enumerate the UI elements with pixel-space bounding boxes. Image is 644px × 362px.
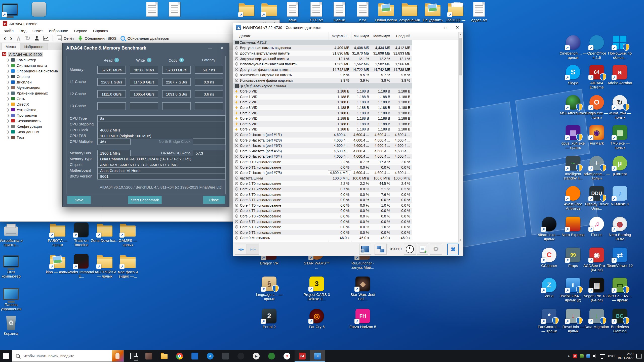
tray-aida64-icon[interactable]: 64 xyxy=(573,354,577,358)
scroll-down-icon[interactable]: ▼ xyxy=(459,238,463,242)
remote-sensors-button[interactable] xyxy=(375,244,387,255)
sensor-row-Core 4 VID[interactable]: Core 4 VID1.188 В1.188 В1.188 В1.188 В xyxy=(233,110,459,116)
sensor-swap-button[interactable]: ◄► xyxy=(235,244,247,255)
chevron-right-icon[interactable]: ❯ xyxy=(7,130,9,134)
report-button[interactable]: Отчёт xyxy=(57,35,74,41)
tree-item-Конфигурация[interactable]: ❯Конфигурация xyxy=(0,123,42,129)
chevron-right-icon[interactable]: ❯ xyxy=(7,69,9,73)
benchmark-dialog-title[interactable]: AIDA64 Cache & Memory Benchmark xyxy=(63,43,229,53)
taskbar-app-chrome[interactable] xyxy=(172,350,187,362)
menu-3[interactable]: Избранное xyxy=(46,28,71,33)
desktop-icon-recycle-bin[interactable]: ♻Корзина xyxy=(0,315,25,336)
sensor-row-Core 6 Частота (perf #3/4)[interactable]: Core 6 Частота (perf #3/4)4,600.4 ...4,6… xyxy=(233,154,459,159)
chevron-right-icon[interactable]: ❯ xyxy=(7,58,9,62)
desktop-icon-games[interactable]: GAMES — ярлык xyxy=(114,222,142,247)
menu-2[interactable]: Отчёт xyxy=(29,28,46,33)
chevron-right-icon[interactable]: ❯ xyxy=(7,108,9,112)
maximize-button[interactable]: □ xyxy=(440,23,452,32)
desktop-icon-language[interactable]: §language.c... — ярлык xyxy=(255,277,283,301)
taskbar-app-opera[interactable]: O xyxy=(279,350,295,362)
driver-updates-button[interactable]: Обновления драйверов xyxy=(120,36,169,41)
menu-4[interactable]: Сервис xyxy=(71,28,90,33)
chevron-right-icon[interactable]: ❯ xyxy=(7,91,9,95)
sensor-row-Core 2 Частота (perf #1/1)[interactable]: Core 2 Частота (perf #1/1)4,600.4 ...4,6… xyxy=(233,132,459,138)
sensor-row-Core 1 VID[interactable]: Core 1 VID1.188 В1.188 В1.188 В1.188 В xyxy=(233,94,459,100)
menu-1[interactable]: Вид xyxy=(17,28,29,33)
desktop-icon-gpu-z[interactable]: ▭GPU-Z.2.45.... — ярлык xyxy=(606,278,634,302)
desktop-icon-borderless-gaming[interactable]: BGBorderless Gaming xyxy=(606,309,634,333)
user-icon[interactable] xyxy=(34,36,39,40)
taskbar-app-aida64[interactable]: 64 xyxy=(295,350,310,362)
sensor-row-Core 3 T1 использование[interactable]: Core 3 T1 использование0.0 %0.0 %0.0 %0.… xyxy=(233,197,459,203)
dialog-close-icon[interactable]: ✕ xyxy=(219,45,225,51)
sensor-section-row[interactable]: ЦП [#0]: AMD Ryzen 7 5800X xyxy=(233,83,459,89)
sensor-row-Core 7 VID[interactable]: Core 7 VID1.188 В1.188 В1.188 В1.188 В xyxy=(233,127,459,132)
menu-0[interactable]: Файл xyxy=(1,28,17,33)
hwinfo-column-header[interactable]: Датчикактуальн...МинимумМаксимумСредний xyxy=(233,32,459,40)
info-icon[interactable]: i xyxy=(147,58,151,62)
sensor-shift-button[interactable]: ►► xyxy=(247,244,259,255)
sensor-row-Core 4 T1 использование[interactable]: Core 4 T1 использование0.0 %0.0 %0.0 %0.… xyxy=(233,208,459,214)
sensor-section-row[interactable]: Система: ASUS xyxy=(233,40,459,45)
sensor-row-Core 0 T0 использование[interactable]: Core 0 T0 использование2.2 %0.7 %17.3 %2… xyxy=(233,159,459,165)
tree-item-Устройства[interactable]: ❯Устройства xyxy=(0,107,36,112)
chevron-right-icon[interactable]: ❯ xyxy=(7,135,9,139)
network-icon[interactable] xyxy=(600,354,605,358)
tray-green-icon[interactable] xyxy=(580,354,584,358)
desktop-icon-moe-foto-video[interactable]: мое фото и видео —... xyxy=(114,254,142,278)
sensor-row-Core 5 Частота (perf #5/6)[interactable]: Core 5 Частота (perf #5/6)4,600.4 ...4,6… xyxy=(233,148,459,154)
col-2[interactable]: Максимум xyxy=(371,32,392,40)
desktop-icon-steam[interactable]: steam.exe — ярлык xyxy=(535,217,563,241)
tree-item-Сеть[interactable]: ❯Сеть xyxy=(0,96,25,101)
sensor-row-Виртуальная память выделена[interactable]: Виртуальная память выделена4,409 МБ4,406… xyxy=(233,45,459,51)
chevron-right-icon[interactable]: ❯ xyxy=(7,64,9,67)
desktop-icon-vkmusic[interactable]: ♪VKMusic 4 xyxy=(606,186,634,206)
col-sensor[interactable]: Датчик xyxy=(239,32,251,40)
save-button[interactable]: Save xyxy=(67,196,91,204)
sensor-row-Core 0 T1 использование[interactable]: Core 0 T1 использование0.0 %0.0 %0.0 %0.… xyxy=(233,165,459,170)
menu-5[interactable]: Справка xyxy=(90,28,111,33)
desktop-icon-portal-2[interactable]: 2Portal 2 xyxy=(255,309,283,329)
desktop-icon-this-pc[interactable]: Этот компьютер xyxy=(0,254,25,278)
sensor-row-частота шины[interactable]: частота шины100.0 МГц100.0 МГц100.0 МГц1… xyxy=(233,175,459,181)
desktop-icon-nero-burning-rom[interactable]: ◍Nero Burning ROM xyxy=(606,217,634,241)
desktop-icon-devices-printers[interactable]: Устройства и принте... xyxy=(0,222,25,247)
sensor-row-Core 3 VID[interactable]: Core 3 VID1.188 В1.188 В1.188 В1.188 В xyxy=(233,105,459,110)
sensor-row-Доступная физическая память[interactable]: Доступная физическая память14,742 МБ14,7… xyxy=(233,67,459,72)
desktop-icon-jedi-fallen[interactable]: ◆Star Wars Jedi Fall... xyxy=(349,277,377,301)
desktop-icon-teamviewer[interactable]: ⇄TeamViewer 12 xyxy=(606,248,634,268)
desktop-icon-forza-horizon-5[interactable]: FHForza Horizon 5 xyxy=(349,309,377,329)
tree-item-Дисплей[interactable]: ❯Дисплей xyxy=(0,79,32,85)
chevron-right-icon[interactable]: ❯ xyxy=(7,113,9,117)
chevron-right-icon[interactable]: ❯ xyxy=(7,75,9,78)
logging-button[interactable] xyxy=(417,244,428,255)
settings-gear-button[interactable]: ⚙ xyxy=(430,244,442,255)
sensor-row-Core 4 T0 использование[interactable]: Core 4 T0 использование0.0 %0.0 %1.0 %0.… xyxy=(233,203,459,208)
tree-item-Безопасность[interactable]: ❯Безопасность xyxy=(0,118,41,123)
tree-item-Программы[interactable]: ❯Программы xyxy=(0,112,37,118)
forward-icon[interactable]: › xyxy=(10,35,12,41)
sensor-value-boxed[interactable]: 4,600.4 МГц xyxy=(328,170,351,175)
sensor-row-Core 3 Частота (perf #2/3)[interactable]: Core 3 Частота (perf #2/3)4,600.4 ...4,6… xyxy=(233,138,459,143)
close-button[interactable]: Close xyxy=(203,196,225,204)
desktop-icon-tm5[interactable]: ▥TM5.exe — ярлык xyxy=(606,125,634,150)
chart-icon[interactable] xyxy=(43,36,49,40)
chevron-right-icon[interactable]: ❯ xyxy=(7,80,9,84)
scrollbar-thumb[interactable] xyxy=(459,38,462,75)
sensor-row-Core 6 VID[interactable]: Core 6 VID1.188 В1.188 В1.188 В1.188 В xyxy=(233,121,459,127)
tree-item-Тест[interactable]: ❯Тест xyxy=(0,134,24,140)
col-1[interactable]: Минимум xyxy=(351,32,371,40)
desktop-icon-update-assistant[interactable]: Помощник по обнов... xyxy=(606,35,634,60)
desktop-icon-ccleaner[interactable]: CCCleaner xyxy=(535,248,563,268)
chevron-right-icon[interactable]: ❯ xyxy=(7,86,9,89)
chevron-right-icon[interactable]: ❯ xyxy=(7,102,9,106)
refresh-icon[interactable]: ↻ xyxy=(25,35,30,41)
taskbar-app-app-dark-1[interactable] xyxy=(218,350,233,362)
language-indicator[interactable]: РУС xyxy=(608,354,615,358)
taskbar-app-app-dark-2[interactable] xyxy=(233,350,249,362)
sensor-row-Core 5 T0 использование[interactable]: Core 5 T0 использование0.0 %0.0 %0.0 %0.… xyxy=(233,213,459,219)
sensor-row-Доступна виртуальная память[interactable]: Доступна виртуальная память31,896 МБ31,8… xyxy=(233,51,459,56)
sensor-row-Core 2 T0 использование[interactable]: Core 2 T0 использование2.2 %2.2 %44.5 %2… xyxy=(233,181,459,187)
hwinfo-scrollbar[interactable]: ▲ ▼ xyxy=(458,32,463,242)
sensor-row-Core 0 Множитель[interactable]: Core 0 Множитель46.0 x46.0 x46.0 x46.0 x xyxy=(233,235,459,241)
